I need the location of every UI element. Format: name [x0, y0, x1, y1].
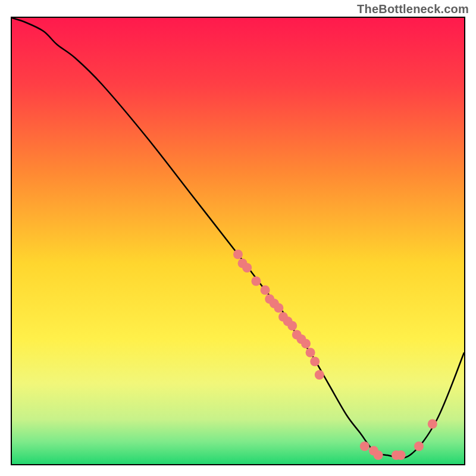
- data-point: [251, 277, 261, 286]
- data-point: [374, 450, 383, 460]
- data-point: [261, 286, 270, 295]
- data-point: [310, 357, 320, 367]
- data-point: [414, 441, 424, 451]
- data-point: [274, 303, 283, 313]
- gradient-background: [12, 18, 464, 464]
- data-point: [315, 370, 324, 380]
- plot-area: [11, 17, 465, 465]
- data-point: [242, 263, 252, 273]
- data-point: [360, 441, 369, 451]
- chart-container: TheBottleneck.com: [0, 0, 476, 476]
- data-point: [301, 339, 311, 349]
- chart-svg: [12, 18, 464, 464]
- data-point: [428, 419, 437, 429]
- data-point: [306, 348, 315, 358]
- watermark-text: TheBottleneck.com: [357, 2, 469, 16]
- data-point: [233, 250, 243, 259]
- data-point: [287, 321, 297, 331]
- data-point: [396, 450, 406, 460]
